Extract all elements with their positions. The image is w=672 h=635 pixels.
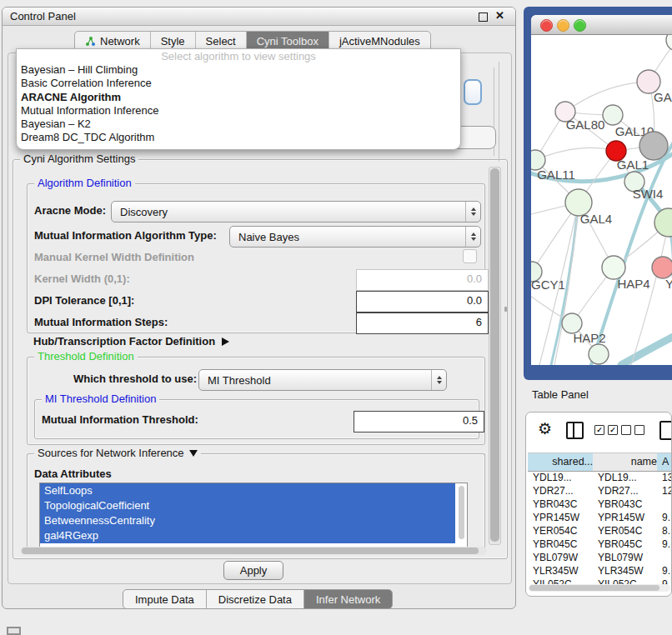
settings-horizontal-scrollbar-thumb[interactable] <box>22 548 479 554</box>
tab-jactivemnodules[interactable]: jActiveMNodules <box>329 32 430 50</box>
table-cell: YDR27... <box>533 484 574 498</box>
data-attribute-item[interactable]: BetweennessCentrality <box>40 513 455 528</box>
table-cell: 9. <box>662 538 670 551</box>
network-canvas[interactable]: GALGAL80GAL10GAL1GAL11SWI4GAL4HAP4YGCY1H… <box>531 35 672 365</box>
network-node[interactable] <box>602 256 625 279</box>
minimized-panel-icon[interactable] <box>7 627 21 635</box>
which-threshold-value: MI Threshold <box>199 374 271 387</box>
stepper-arrows-icon <box>465 202 480 222</box>
settings-vertical-scrollbar[interactable] <box>489 167 501 545</box>
algorithm-definition-group: Algorithm Definition Aracne Mode: Discov… <box>27 183 485 333</box>
tab-infer-network[interactable]: Infer Network <box>304 590 392 608</box>
unchecked-box-icon <box>634 425 644 435</box>
gear-icon[interactable]: ⚙ <box>538 421 552 437</box>
table-cell: YBR043C <box>598 498 642 511</box>
algorithm-option[interactable]: Dream8 DC_TDC Algorithm <box>17 131 460 144</box>
table-cell: YBL079W <box>598 551 643 564</box>
threshold-definition-group: Threshold Definition Which threshold to … <box>27 357 485 445</box>
tab-discretize-data[interactable]: Discretize Data <box>207 590 304 608</box>
table-cell: YBL079W <box>533 551 578 564</box>
table-cell: YPR145W <box>533 511 579 524</box>
table-horizontal-scrollbar-thumb[interactable] <box>529 585 659 591</box>
algorithm-option[interactable]: Bayesian – K2 <box>17 118 460 131</box>
table-horizontal-scrollbar[interactable] <box>529 584 670 592</box>
mi-threshold-definition-title: MI Threshold Definition <box>42 392 159 405</box>
algorithm-option[interactable]: ARACNE Algorithm <box>17 91 460 104</box>
control-panel-window: Control Panel ✕ Network Style Select Cyn… <box>2 7 516 609</box>
attributes-scrollbar-thumb[interactable] <box>459 486 464 539</box>
column-header-partial[interactable]: A <box>657 452 672 472</box>
algorithm-dropdown-popup: Select algorithm to view settings Bayesi… <box>16 48 461 150</box>
table-row[interactable]: YBR045CYBR045C9. <box>526 538 671 551</box>
column-layout-icon[interactable] <box>566 422 584 439</box>
column-header-name[interactable]: name <box>593 452 664 472</box>
apply-button[interactable]: Apply <box>223 561 283 580</box>
aracne-mode-value: Discovery <box>112 206 168 218</box>
cyni-algorithm-settings-title: Cyni Algorithm Settings <box>20 152 138 165</box>
hub-definition-expander[interactable]: Hub/Transcription Factor Definition <box>33 335 229 348</box>
tab-cyni-toolbox-label: Cyni Toolbox <box>257 35 318 48</box>
table-row[interactable]: YBL079WYBL079W <box>526 551 671 564</box>
table-row[interactable]: YDL19...YDL19...13 <box>526 471 671 484</box>
network-node-label: Y <box>665 277 672 291</box>
algorithm-option[interactable]: Bayesian – Hill Climbing <box>17 63 460 77</box>
network-node[interactable] <box>652 257 672 278</box>
network-node[interactable] <box>589 344 609 364</box>
network-node[interactable] <box>666 35 672 51</box>
unchecked-box-icon <box>621 425 631 435</box>
mi-threshold-field[interactable]: 0.5 <box>354 411 484 432</box>
dpi-tolerance-field[interactable]: 0.0 <box>356 291 489 312</box>
table-mode-icon[interactable] <box>659 421 672 440</box>
data-attribute-item[interactable]: TopologicalCoefficient <box>40 498 455 513</box>
table-row[interactable]: YER054CYER054C8. <box>526 524 671 538</box>
algorithm-dropdown-placeholder: Select algorithm to view settings <box>17 49 460 63</box>
collapse-arrow-icon[interactable] <box>189 450 198 457</box>
mi-algorithm-type-combobox[interactable]: Naive Bayes <box>229 226 481 248</box>
which-threshold-combobox[interactable]: MI Threshold <box>198 369 447 391</box>
float-window-icon[interactable] <box>479 12 488 22</box>
aracne-mode-combobox[interactable]: Discovery <box>111 201 481 222</box>
tab-select[interactable]: Select <box>196 32 247 50</box>
column-header-shared-name[interactable]: shared... <box>528 452 600 472</box>
dpi-tolerance-label: DPI Tolerance [0,1]: <box>34 294 134 307</box>
stepper-arrows-icon <box>431 370 446 390</box>
table-cell: YER054C <box>598 524 642 538</box>
table-row[interactable]: YDR27...YDR27...12 <box>526 484 671 498</box>
obscured-panel-edge <box>499 62 499 162</box>
obscured-combobox-focus-fragment <box>464 79 482 105</box>
mi-steps-label: Mutual Information Steps: <box>34 316 168 328</box>
cyni-algorithm-settings-group: Cyni Algorithm Settings Algorithm Defini… <box>13 159 508 559</box>
algorithm-option[interactable]: Basic Correlation Inference <box>17 77 460 90</box>
data-attributes-list[interactable]: SelfLoopsTopologicalCoefficientBetweenne… <box>39 482 468 549</box>
network-node-label: GCY1 <box>531 278 565 292</box>
tab-cyni-toolbox[interactable]: Cyni Toolbox <box>247 32 329 50</box>
network-node-label: SWI4 <box>633 187 664 201</box>
table-row[interactable]: YLR345WYLR345W9. <box>526 564 671 578</box>
kernel-width-label: Kernel Width (0,1): <box>34 272 130 285</box>
network-node[interactable] <box>603 105 623 125</box>
settings-vertical-scrollbar-thumb[interactable] <box>490 168 499 542</box>
table-row[interactable]: YBR043CYBR043C <box>526 498 671 511</box>
tab-impute-data[interactable]: Impute Data <box>123 590 207 608</box>
manual-kernel-label: Manual Kernel Width Definition <box>34 251 194 263</box>
deselect-all-checkboxes-icon[interactable] <box>621 425 644 435</box>
table-row[interactable]: YPR145WYPR145W9. <box>526 511 671 524</box>
data-attribute-item[interactable]: SelfLoops <box>40 483 455 498</box>
bottom-tab-strip: Impute Data Discretize Data Infer Networ… <box>123 589 393 609</box>
mi-steps-field[interactable]: 6 <box>356 312 489 334</box>
tab-network[interactable]: Network <box>75 32 151 50</box>
network-node[interactable] <box>639 132 668 160</box>
settings-horizontal-scrollbar[interactable] <box>20 547 487 555</box>
data-attribute-item[interactable]: gal4RGexp <box>40 528 455 543</box>
manual-kernel-checkbox[interactable] <box>463 249 477 263</box>
close-button[interactable] <box>540 19 553 32</box>
kernel-width-field[interactable]: 0.0 <box>356 269 489 291</box>
minimize-button[interactable] <box>557 19 569 32</box>
expander-arrow-icon <box>222 338 229 346</box>
table-panel-title: Table Panel <box>532 388 589 401</box>
tab-style[interactable]: Style <box>151 32 196 50</box>
close-icon[interactable]: ✕ <box>495 9 504 22</box>
select-all-checkboxes-icon[interactable]: ✓ ✓ <box>594 425 618 435</box>
algorithm-option[interactable]: Mutual Information Inference <box>17 104 460 118</box>
zoom-button[interactable] <box>574 19 586 32</box>
